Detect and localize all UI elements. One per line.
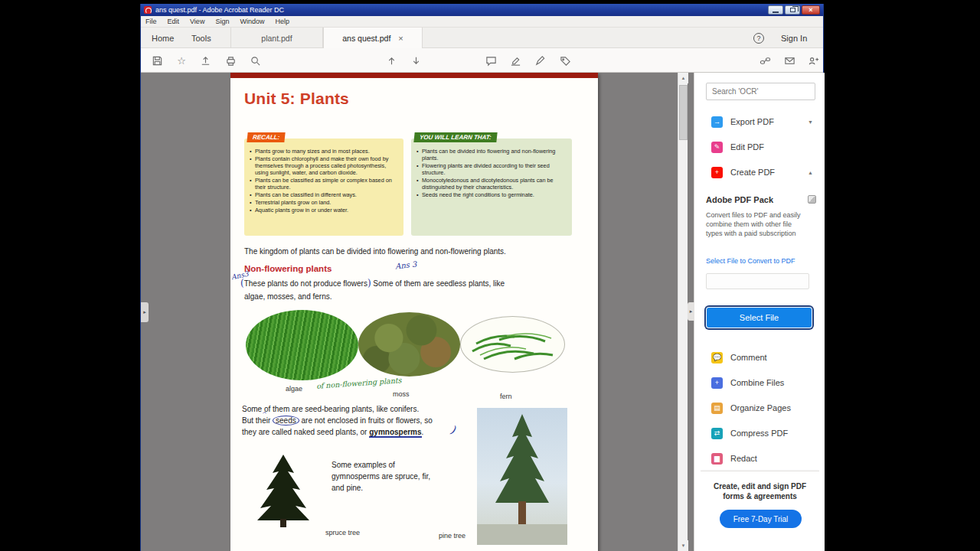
left-pane-expand-button[interactable]: ▸ — [141, 302, 149, 322]
sign-pen-icon[interactable] — [533, 54, 547, 67]
para2-text-a: But their — [242, 416, 273, 425]
close-button[interactable]: × — [802, 5, 820, 15]
combine-files-label: Combine Files — [730, 378, 825, 387]
pine-tree-drawing — [477, 408, 567, 545]
titlebar: ans quest.pdf - Adobe Acrobat Reader DC … — [141, 4, 823, 16]
combine-files-row[interactable]: + Combine Files — [694, 373, 825, 392]
promo-text: Create, edit and sign PDF forms & agreem… — [702, 481, 818, 501]
learn-bullet: Flowering plants are divided according t… — [422, 162, 567, 176]
compress-pdf-icon: ⇄ — [711, 428, 723, 439]
vertical-scrollbar[interactable]: ▲ ▼ — [678, 73, 688, 551]
para2-line3: they are called naked seed plants, or gy… — [242, 426, 479, 438]
comment-tool-icon: 💬 — [711, 352, 723, 364]
minimize-button[interactable] — [768, 5, 783, 15]
edit-pdf-row[interactable]: ✎ Edit PDF — [694, 138, 825, 156]
search-input[interactable] — [706, 83, 815, 100]
para2-line2: But their seeds are not enclosed in frui… — [242, 415, 479, 426]
para2-text-c: they are called naked seed plants, or — [242, 428, 369, 436]
acrobat-app-icon — [144, 6, 152, 14]
section-heading: Non-flowering plants — [244, 264, 332, 273]
recall-list: Plants grow to many sizes and in most pl… — [244, 139, 403, 217]
page-top-banner — [230, 73, 598, 78]
menu-edit[interactable]: Edit — [168, 18, 180, 25]
triangle-right-icon: ▸ — [143, 309, 146, 315]
menu-view[interactable]: View — [190, 18, 204, 25]
comment-icon[interactable] — [484, 54, 498, 67]
tools-panel: ▸ → Export PDF ▼ ✎ Edit PDF + Create PDF… — [694, 73, 825, 551]
recall-bullet: Plants contain chlorophyll and make thei… — [255, 155, 398, 176]
handwritten-ans3-top: Ans 3 — [395, 260, 417, 271]
fern-label: fern — [500, 393, 512, 400]
print-icon[interactable] — [224, 54, 237, 67]
menu-window[interactable]: Window — [240, 18, 264, 25]
compress-pdf-row[interactable]: ⇄ Compress PDF — [694, 424, 825, 442]
convert-link[interactable]: Select File to Convert to PDF — [706, 257, 795, 265]
menu-help[interactable]: Help — [275, 18, 289, 25]
learn-box: YOU WILL LEARN THAT: Plants can be divid… — [411, 139, 572, 236]
doc-tab-ans-quest[interactable]: ans quest.pdf × — [323, 28, 423, 48]
example-text: Some examples of gymnosperms are spruce,… — [332, 459, 435, 494]
share-icon[interactable] — [198, 54, 212, 67]
menu-sign[interactable]: Sign — [215, 18, 229, 25]
create-pdf-label: Create PDF — [730, 168, 808, 177]
tab-close-icon[interactable]: × — [398, 34, 403, 43]
scroll-up-icon: ▲ — [681, 76, 686, 80]
help-icon[interactable]: ? — [753, 33, 764, 44]
unit-title: Unit 5: Plants — [244, 90, 349, 108]
chevron-down-icon: ▼ — [808, 119, 813, 125]
pine-label: pine tree — [439, 532, 466, 540]
sign-in-button[interactable]: Sign In — [781, 28, 807, 48]
free-trial-button[interactable]: Free 7-Day Trial — [720, 510, 802, 528]
link-icon[interactable] — [758, 54, 772, 67]
moss-label: moss — [393, 390, 410, 398]
comment-tool-label: Comment — [730, 353, 825, 362]
scroll-up-button[interactable]: ▲ — [678, 73, 688, 83]
organize-pages-row[interactable]: ▤ Organize Pages — [694, 399, 825, 417]
para2-line1: Some of them are seed-bearing plants, li… — [242, 403, 479, 415]
highlighter-icon[interactable] — [508, 54, 522, 67]
restore-button[interactable] — [785, 5, 800, 15]
scrollbar-thumb[interactable] — [679, 85, 688, 140]
zoom-icon[interactable] — [248, 54, 262, 67]
email-icon[interactable] — [782, 54, 796, 67]
comment-tool-row[interactable]: 💬 Comment — [694, 348, 825, 367]
tab-tools[interactable]: Tools — [184, 28, 219, 48]
para1-line2: algae, mosses, and ferns. — [244, 291, 474, 302]
page-up-icon[interactable] — [384, 54, 398, 67]
scroll-down-icon: ▼ — [681, 543, 686, 548]
select-file-button[interactable]: Select File — [707, 308, 812, 328]
learn-bullet: Monocotyledonous and dicotyledonous plan… — [422, 177, 567, 191]
save-icon[interactable] — [150, 54, 164, 67]
gymnosperms-word: gymnosperms — [369, 428, 421, 438]
star-icon[interactable]: ☆ — [175, 54, 188, 67]
tag-icon[interactable] — [558, 54, 572, 67]
para1-line1: (These plants do not produce flowers) So… — [240, 278, 593, 289]
redact-label: Redact — [730, 454, 825, 463]
fern-fronds — [461, 317, 565, 373]
add-person-icon[interactable] — [806, 54, 820, 67]
recall-label: RECALL: — [247, 132, 285, 142]
doc-tab-plant[interactable]: plant.pdf — [230, 28, 323, 48]
spruce-tree-image — [250, 453, 317, 528]
chevron-up-icon: ▲ — [808, 170, 813, 175]
scroll-down-button[interactable]: ▼ — [678, 540, 688, 551]
tab-home[interactable]: Home — [144, 28, 181, 48]
learn-bullet: Plants can be divided into flowering and… — [422, 148, 567, 161]
recall-bullet: Plants grow to many sizes and in most pl… — [255, 148, 398, 155]
document-area: ▸ Unit 5: Plants RECALL: Plants grow to … — [141, 73, 694, 551]
tab-bar: Home Tools plant.pdf ans quest.pdf × ? S… — [141, 28, 823, 48]
window-controls: × — [768, 5, 820, 15]
promo-line2: forms & agreements — [702, 491, 818, 501]
pdf-pack-icon — [808, 195, 816, 204]
menu-file[interactable]: File — [145, 18, 157, 25]
convert-file-input[interactable] — [706, 273, 809, 289]
create-pdf-row[interactable]: + Create PDF ▲ — [694, 163, 825, 181]
para1-text-b: Some of them are seedless plants, like — [371, 279, 505, 288]
learn-list: Plants can be divided into flowering and… — [411, 139, 572, 202]
redact-row[interactable]: ▆ Redact — [694, 449, 825, 468]
export-pdf-row[interactable]: → Export PDF ▼ — [694, 112, 825, 131]
organize-pages-label: Organize Pages — [730, 403, 825, 412]
restore-icon — [790, 8, 795, 12]
panel-collapse-button[interactable]: ▸ — [688, 302, 694, 321]
page-down-icon[interactable] — [409, 54, 423, 67]
